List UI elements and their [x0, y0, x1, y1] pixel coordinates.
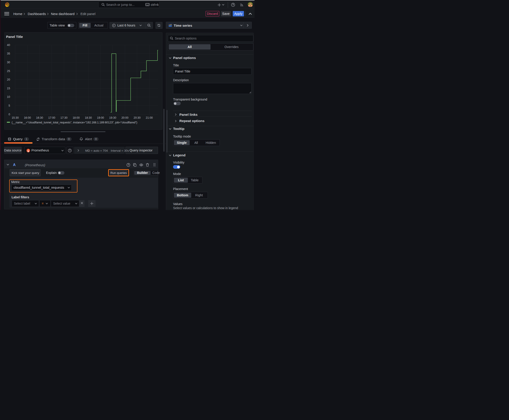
svg-text:35: 35 [7, 52, 10, 55]
svg-text:16:00: 16:00 [24, 116, 31, 119]
svg-text:17:30: 17:30 [60, 116, 67, 119]
svg-text:5: 5 [8, 104, 10, 107]
svg-text:10: 10 [7, 95, 10, 98]
svg-text:{__name__="cloudflared_tunnel_: {__name__="cloudflared_tunnel_total_requ… [12, 121, 137, 124]
svg-text:17:00: 17:00 [48, 116, 55, 119]
svg-text:16:30: 16:30 [36, 116, 43, 119]
svg-text:25: 25 [7, 69, 10, 73]
svg-text:0: 0 [8, 113, 10, 116]
svg-text:15:30: 15:30 [12, 116, 19, 119]
svg-text:18:00: 18:00 [73, 116, 80, 119]
svg-text:19:30: 19:30 [109, 116, 116, 119]
svg-text:19:00: 19:00 [97, 116, 104, 119]
svg-text:40: 40 [7, 43, 10, 46]
svg-text:15: 15 [7, 87, 10, 90]
svg-text:20:00: 20:00 [122, 116, 128, 119]
svg-text:21:00: 21:00 [146, 116, 153, 119]
svg-text:18:30: 18:30 [85, 116, 92, 119]
svg-text:20: 20 [7, 78, 10, 81]
svg-text:20:30: 20:30 [134, 116, 140, 119]
svg-text:30: 30 [7, 60, 10, 64]
